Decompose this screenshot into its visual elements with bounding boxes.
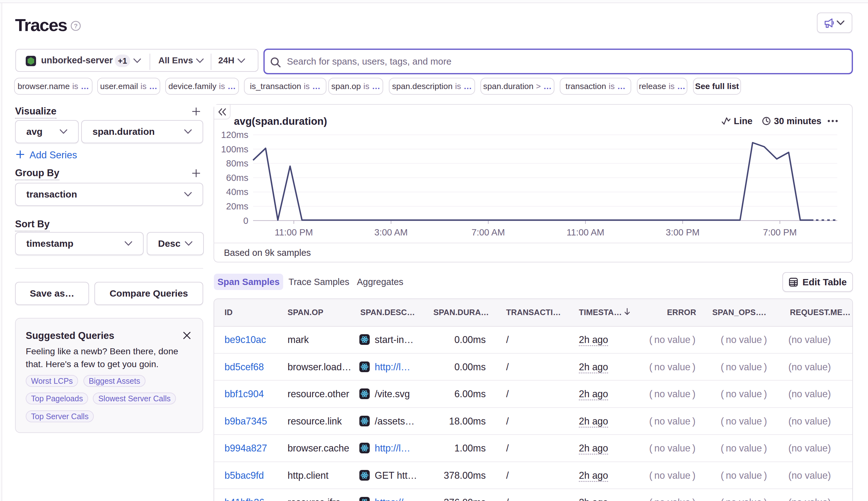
svg-text:20ms: 20ms	[226, 201, 248, 211]
svg-text:?: ?	[74, 23, 77, 30]
svg-text:Based on 9k samples: Based on 9k samples	[224, 248, 311, 258]
svg-text:0: 0	[243, 216, 248, 226]
svg-text:7:00 AM: 7:00 AM	[472, 227, 505, 237]
svg-text:3:00 PM: 3:00 PM	[666, 227, 700, 237]
svg-text:60ms: 60ms	[226, 173, 248, 183]
svg-text:7:00 PM: 7:00 PM	[763, 227, 797, 237]
svg-text:3:00 AM: 3:00 AM	[374, 227, 407, 237]
svg-text:avg(span.duration): avg(span.duration)	[234, 115, 327, 127]
svg-text:100ms: 100ms	[221, 144, 248, 154]
svg-text:120ms: 120ms	[221, 130, 248, 140]
svg-text:Line: Line	[734, 116, 753, 126]
svg-text:30 minutes: 30 minutes	[774, 116, 822, 126]
svg-text:80ms: 80ms	[226, 158, 248, 168]
svg-text:11:00 PM: 11:00 PM	[275, 227, 313, 237]
svg-text:11:00 AM: 11:00 AM	[567, 227, 604, 237]
svg-text:40ms: 40ms	[226, 187, 248, 197]
